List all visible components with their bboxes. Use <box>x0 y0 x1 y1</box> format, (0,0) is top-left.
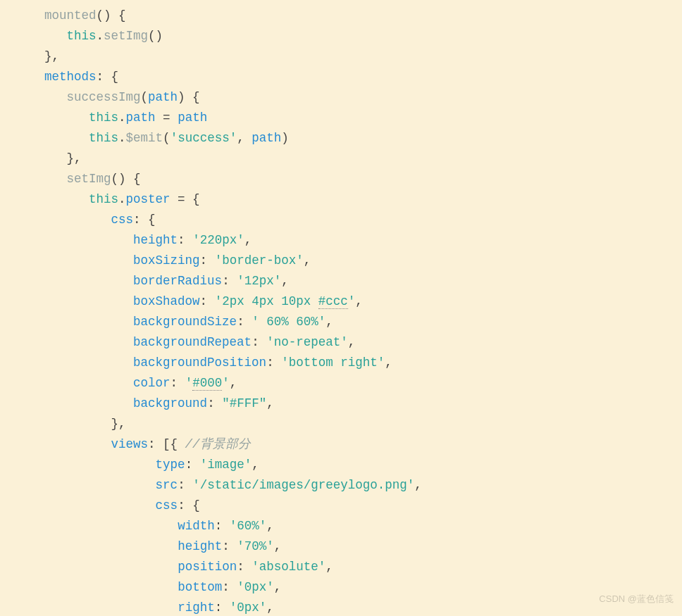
indent <box>89 417 111 431</box>
val-src: '/static/images/greeylogo.png' <box>192 478 414 492</box>
indent <box>133 580 156 594</box>
indent <box>23 539 45 553</box>
punc: = { <box>170 192 200 206</box>
indent <box>89 315 111 329</box>
indent <box>0 151 23 165</box>
val-boxshadow-ccc: #ccc <box>318 294 348 309</box>
punc: : <box>215 601 230 615</box>
indent <box>0 213 23 227</box>
punc: () { <box>111 172 141 186</box>
indent <box>67 396 89 410</box>
indent <box>156 580 178 594</box>
punc: : <box>237 560 252 574</box>
indent <box>23 498 45 513</box>
indent <box>156 539 178 553</box>
val-borderradius: '12px' <box>237 274 281 288</box>
indent <box>23 315 45 329</box>
indent <box>44 458 67 472</box>
punc: : [{ <box>148 437 185 451</box>
indent <box>44 417 67 431</box>
indent <box>67 437 89 451</box>
punc: : <box>222 274 237 288</box>
indent <box>89 233 111 247</box>
indent <box>67 213 89 227</box>
val-color-b: #000 <box>192 376 222 391</box>
indent <box>44 151 67 165</box>
indent <box>67 335 89 349</box>
indent <box>23 294 45 308</box>
key-borderradius: borderRadius <box>133 274 222 288</box>
kw-this: this <box>89 192 118 206</box>
indent <box>133 458 156 472</box>
key-height: height <box>133 233 178 247</box>
indent <box>67 131 89 145</box>
punc: , <box>348 335 356 349</box>
indent <box>23 151 45 165</box>
indent <box>67 192 89 206</box>
indent <box>23 519 45 533</box>
val-bgrepeat: 'no-repeat' <box>266 335 348 349</box>
punc: : <box>222 580 237 594</box>
indent <box>111 539 134 553</box>
indent <box>89 335 111 349</box>
kw-this: this <box>67 29 97 43</box>
indent <box>23 417 45 431</box>
indent <box>111 294 134 308</box>
indent <box>111 478 134 492</box>
val-type: 'image' <box>200 458 252 472</box>
indent <box>23 274 45 288</box>
indent <box>111 519 134 533</box>
indent <box>111 315 134 329</box>
key-vheight: height <box>178 539 222 553</box>
comment-bg: //背景部分 <box>185 437 251 451</box>
key-css: css <box>111 213 134 227</box>
watermark: CSDN @蓝色信笺 <box>599 589 674 609</box>
indent <box>0 131 23 145</box>
punc: , <box>326 560 333 574</box>
key-vwidth: width <box>178 519 215 533</box>
punc: . <box>118 131 126 145</box>
key-vright: right <box>178 601 215 615</box>
indent <box>23 335 45 349</box>
punc: }, <box>44 49 59 63</box>
indent <box>89 356 111 370</box>
indent <box>0 253 23 268</box>
indent <box>23 29 45 43</box>
indent <box>23 478 45 492</box>
indent <box>133 519 156 533</box>
indent <box>67 560 89 574</box>
indent <box>89 539 111 553</box>
indent <box>23 376 45 390</box>
punc: , <box>414 478 422 492</box>
indent <box>23 396 45 410</box>
punc: , <box>230 376 237 390</box>
punc: , <box>266 396 274 410</box>
key-color: color <box>133 376 170 390</box>
indent <box>111 601 134 615</box>
indent <box>23 580 45 594</box>
indent <box>111 396 134 410</box>
key-bgrepeat: backgroundRepeat <box>133 335 252 349</box>
key-vcss: css <box>156 498 178 513</box>
indent <box>67 498 89 513</box>
indent <box>67 580 89 594</box>
val-vright: '0px' <box>230 601 267 615</box>
indent <box>44 131 67 145</box>
arg-path: path <box>252 131 281 145</box>
kw-this: this <box>89 131 118 145</box>
indent <box>23 111 45 125</box>
indent <box>67 601 89 615</box>
indent <box>89 580 111 594</box>
indent <box>67 233 89 247</box>
punc: : <box>266 356 281 370</box>
indent <box>0 172 23 186</box>
val-color-a: ' <box>185 376 193 390</box>
indent <box>67 478 89 492</box>
indent <box>44 601 67 615</box>
indent <box>67 458 89 472</box>
val-boxsizing: 'border-box' <box>215 253 304 268</box>
indent <box>0 498 23 513</box>
indent <box>44 192 67 206</box>
indent <box>67 111 89 125</box>
prop-poster: poster <box>126 192 170 206</box>
